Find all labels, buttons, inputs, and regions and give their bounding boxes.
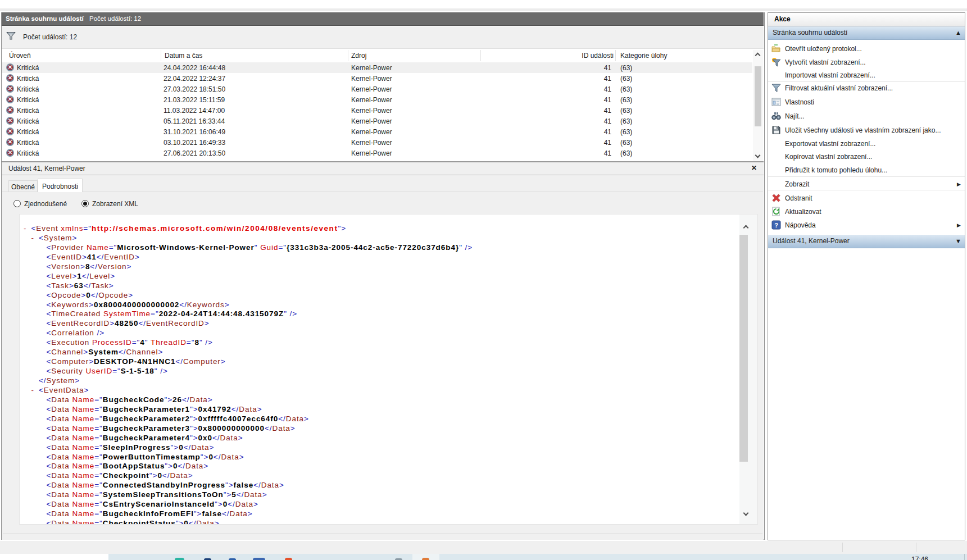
svg-text:?: ? bbox=[774, 222, 778, 229]
